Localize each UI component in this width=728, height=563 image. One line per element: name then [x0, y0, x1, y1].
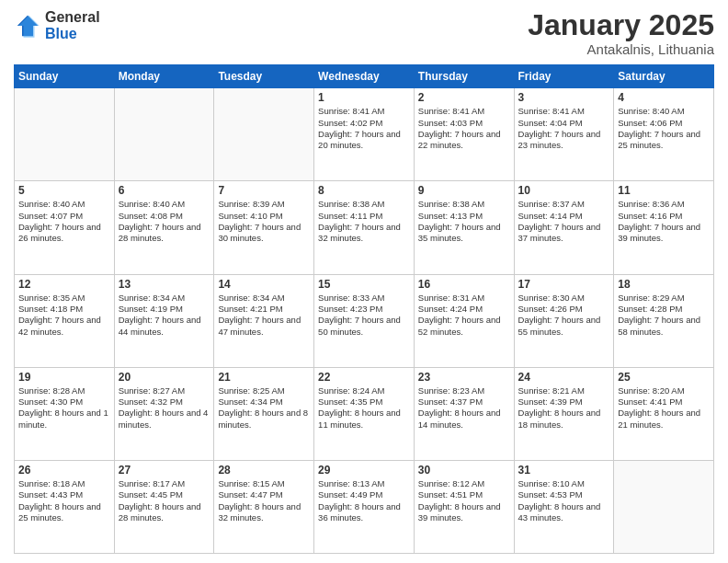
day-info: Sunrise: 8:41 AM Sunset: 4:02 PM Dayligh… — [318, 106, 410, 151]
logo-icon — [14, 12, 41, 40]
header-thursday: Thursday — [414, 65, 514, 88]
weekday-header-row: Sunday Monday Tuesday Wednesday Thursday… — [15, 65, 714, 88]
day-info: Sunrise: 8:30 AM Sunset: 4:26 PM Dayligh… — [518, 293, 610, 338]
day-cell: 3Sunrise: 8:41 AM Sunset: 4:04 PM Daylig… — [514, 88, 614, 181]
header-tuesday: Tuesday — [214, 65, 314, 88]
day-info: Sunrise: 8:35 AM Sunset: 4:18 PM Dayligh… — [18, 293, 110, 338]
day-info: Sunrise: 8:34 AM Sunset: 4:19 PM Dayligh… — [119, 293, 210, 338]
day-info: Sunrise: 8:23 AM Sunset: 4:37 PM Dayligh… — [418, 385, 510, 431]
day-number: 18 — [618, 278, 710, 291]
day-info: Sunrise: 8:41 AM Sunset: 4:03 PM Dayligh… — [418, 106, 510, 151]
day-number: 27 — [119, 464, 210, 477]
day-number: 2 — [418, 91, 510, 104]
day-cell — [614, 460, 714, 553]
logo-text: General Blue — [45, 9, 100, 41]
day-info: Sunrise: 8:25 AM Sunset: 4:34 PM Dayligh… — [218, 385, 310, 431]
day-cell: 25Sunrise: 8:20 AM Sunset: 4:41 PM Dayli… — [614, 367, 714, 460]
week-row-2: 12Sunrise: 8:35 AM Sunset: 4:18 PM Dayli… — [15, 274, 714, 367]
day-cell: 24Sunrise: 8:21 AM Sunset: 4:39 PM Dayli… — [514, 367, 614, 460]
day-info: Sunrise: 8:27 AM Sunset: 4:32 PM Dayligh… — [119, 385, 210, 431]
day-cell: 5Sunrise: 8:40 AM Sunset: 4:07 PM Daylig… — [15, 181, 115, 274]
day-cell: 11Sunrise: 8:36 AM Sunset: 4:16 PM Dayli… — [614, 181, 714, 274]
day-number: 20 — [119, 371, 210, 384]
day-number: 19 — [18, 371, 110, 384]
day-number: 17 — [518, 278, 610, 291]
day-cell: 16Sunrise: 8:31 AM Sunset: 4:24 PM Dayli… — [414, 274, 514, 367]
header: General Blue January 2025 Antakalnis, Li… — [14, 9, 714, 57]
day-info: Sunrise: 8:40 AM Sunset: 4:06 PM Dayligh… — [618, 106, 710, 151]
week-row-3: 19Sunrise: 8:28 AM Sunset: 4:30 PM Dayli… — [15, 367, 714, 460]
day-number: 5 — [18, 184, 110, 197]
day-cell: 14Sunrise: 8:34 AM Sunset: 4:21 PM Dayli… — [214, 274, 314, 367]
day-number: 1 — [318, 91, 410, 104]
day-number: 21 — [218, 371, 310, 384]
logo-blue: Blue — [45, 26, 100, 42]
week-row-1: 5Sunrise: 8:40 AM Sunset: 4:07 PM Daylig… — [15, 181, 714, 274]
location: Antakalnis, Lithuania — [528, 41, 714, 57]
logo-general: General — [45, 9, 100, 26]
day-info: Sunrise: 8:12 AM Sunset: 4:51 PM Dayligh… — [418, 478, 510, 523]
day-info: Sunrise: 8:24 AM Sunset: 4:35 PM Dayligh… — [318, 385, 410, 431]
day-info: Sunrise: 8:29 AM Sunset: 4:28 PM Dayligh… — [618, 293, 710, 338]
week-row-4: 26Sunrise: 8:18 AM Sunset: 4:43 PM Dayli… — [15, 460, 714, 553]
title-block: January 2025 Antakalnis, Lithuania — [528, 9, 714, 57]
day-info: Sunrise: 8:18 AM Sunset: 4:43 PM Dayligh… — [18, 478, 110, 523]
day-cell: 1Sunrise: 8:41 AM Sunset: 4:02 PM Daylig… — [314, 88, 415, 181]
day-info: Sunrise: 8:17 AM Sunset: 4:45 PM Dayligh… — [119, 478, 210, 523]
header-saturday: Saturday — [614, 65, 714, 88]
day-number: 25 — [618, 371, 710, 384]
day-info: Sunrise: 8:33 AM Sunset: 4:23 PM Dayligh… — [318, 293, 410, 338]
day-cell: 6Sunrise: 8:40 AM Sunset: 4:08 PM Daylig… — [114, 181, 214, 274]
calendar-table: Sunday Monday Tuesday Wednesday Thursday… — [14, 64, 714, 554]
day-cell: 12Sunrise: 8:35 AM Sunset: 4:18 PM Dayli… — [15, 274, 115, 367]
day-cell — [114, 88, 214, 181]
day-number: 8 — [318, 184, 410, 197]
day-number: 23 — [418, 371, 510, 384]
day-info: Sunrise: 8:39 AM Sunset: 4:10 PM Dayligh… — [218, 199, 310, 244]
day-number: 4 — [618, 91, 710, 104]
day-cell: 8Sunrise: 8:38 AM Sunset: 4:11 PM Daylig… — [314, 181, 415, 274]
day-number: 11 — [618, 184, 710, 197]
day-info: Sunrise: 8:31 AM Sunset: 4:24 PM Dayligh… — [418, 293, 510, 338]
header-sunday: Sunday — [15, 65, 115, 88]
day-info: Sunrise: 8:34 AM Sunset: 4:21 PM Dayligh… — [218, 293, 310, 338]
day-cell: 21Sunrise: 8:25 AM Sunset: 4:34 PM Dayli… — [214, 367, 314, 460]
day-cell: 7Sunrise: 8:39 AM Sunset: 4:10 PM Daylig… — [214, 181, 314, 274]
day-info: Sunrise: 8:41 AM Sunset: 4:04 PM Dayligh… — [518, 106, 610, 151]
day-cell: 19Sunrise: 8:28 AM Sunset: 4:30 PM Dayli… — [15, 367, 115, 460]
day-number: 22 — [318, 371, 410, 384]
day-cell: 30Sunrise: 8:12 AM Sunset: 4:51 PM Dayli… — [414, 460, 514, 553]
day-cell: 29Sunrise: 8:13 AM Sunset: 4:49 PM Dayli… — [314, 460, 415, 553]
day-cell: 22Sunrise: 8:24 AM Sunset: 4:35 PM Dayli… — [314, 367, 415, 460]
day-info: Sunrise: 8:40 AM Sunset: 4:08 PM Dayligh… — [119, 199, 210, 244]
day-cell — [15, 88, 115, 181]
day-number: 13 — [119, 278, 210, 291]
day-number: 26 — [18, 464, 110, 477]
day-number: 12 — [18, 278, 110, 291]
day-number: 9 — [418, 184, 510, 197]
day-number: 15 — [318, 278, 410, 291]
day-cell: 23Sunrise: 8:23 AM Sunset: 4:37 PM Dayli… — [414, 367, 514, 460]
day-cell: 18Sunrise: 8:29 AM Sunset: 4:28 PM Dayli… — [614, 274, 714, 367]
day-info: Sunrise: 8:38 AM Sunset: 4:13 PM Dayligh… — [418, 199, 510, 244]
day-info: Sunrise: 8:36 AM Sunset: 4:16 PM Dayligh… — [618, 199, 710, 244]
week-row-0: 1Sunrise: 8:41 AM Sunset: 4:02 PM Daylig… — [15, 88, 714, 181]
day-cell: 10Sunrise: 8:37 AM Sunset: 4:14 PM Dayli… — [514, 181, 614, 274]
day-number: 14 — [218, 278, 310, 291]
day-cell — [214, 88, 314, 181]
day-number: 16 — [418, 278, 510, 291]
day-number: 6 — [119, 184, 210, 197]
day-number: 30 — [418, 464, 510, 477]
day-info: Sunrise: 8:37 AM Sunset: 4:14 PM Dayligh… — [518, 199, 610, 244]
day-info: Sunrise: 8:13 AM Sunset: 4:49 PM Dayligh… — [318, 478, 410, 523]
day-info: Sunrise: 8:15 AM Sunset: 4:47 PM Dayligh… — [218, 478, 310, 523]
day-number: 29 — [318, 464, 410, 477]
day-cell: 31Sunrise: 8:10 AM Sunset: 4:53 PM Dayli… — [514, 460, 614, 553]
day-cell: 28Sunrise: 8:15 AM Sunset: 4:47 PM Dayli… — [214, 460, 314, 553]
day-cell: 17Sunrise: 8:30 AM Sunset: 4:26 PM Dayli… — [514, 274, 614, 367]
header-friday: Friday — [514, 65, 614, 88]
day-cell: 13Sunrise: 8:34 AM Sunset: 4:19 PM Dayli… — [114, 274, 214, 367]
day-number: 10 — [518, 184, 610, 197]
logo: General Blue — [14, 9, 100, 41]
day-number: 31 — [518, 464, 610, 477]
